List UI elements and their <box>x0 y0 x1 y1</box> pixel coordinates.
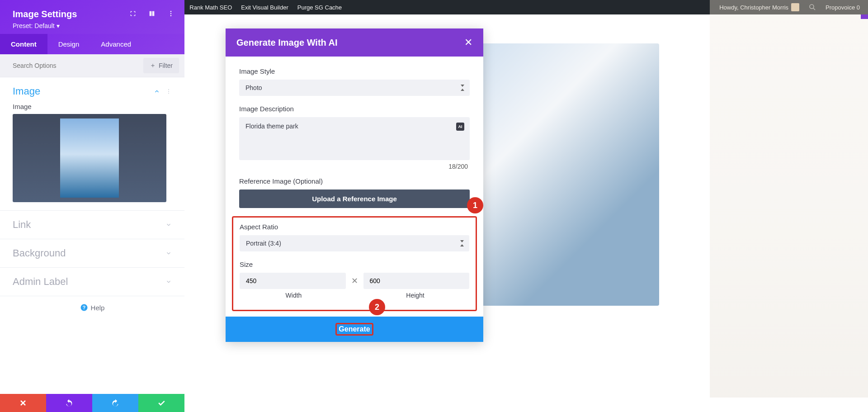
columns-icon[interactable] <box>148 10 156 17</box>
height-label: Height <box>361 292 469 299</box>
kebab-icon[interactable] <box>165 88 172 95</box>
focus-icon[interactable] <box>129 10 137 17</box>
filter-button[interactable]: ＋Filter <box>143 58 179 73</box>
undo-button[interactable] <box>46 394 92 412</box>
svg-point-5 <box>170 13 172 14</box>
close-icon <box>19 398 28 407</box>
option-group-link: Link <box>0 211 184 239</box>
group-title-background[interactable]: Background <box>13 247 172 259</box>
modal-header: Generate Image With AI ✕ <box>226 28 483 57</box>
ai-icon[interactable]: AI <box>456 123 464 131</box>
aspect-ratio-select[interactable]: Portrait (3:4) <box>240 235 469 251</box>
group-title-adminlabel[interactable]: Admin Label <box>13 276 172 288</box>
discard-button[interactable] <box>0 394 46 412</box>
search-input[interactable] <box>5 58 143 73</box>
image-field-label: Image <box>13 103 172 110</box>
svg-text:?: ? <box>82 305 85 310</box>
svg-point-6 <box>170 15 172 16</box>
purge-cache-link[interactable]: Purge SG Cache <box>293 4 346 11</box>
exit-builder-link[interactable]: Exit Visual Builder <box>236 4 293 11</box>
chevron-down-icon <box>165 279 172 285</box>
image-style-label: Image Style <box>239 67 470 75</box>
redo-button[interactable] <box>92 394 138 412</box>
bottom-actions <box>0 394 184 412</box>
tab-content[interactable]: Content <box>0 34 47 54</box>
option-group-image: Image Image <box>0 77 184 211</box>
group-title-image[interactable]: Image <box>13 85 172 97</box>
image-style-select[interactable]: Photo <box>239 80 470 96</box>
generate-image-modal: Generate Image With AI ✕ Image Style Pho… <box>226 28 483 342</box>
aspect-size-highlight: Aspect Ratio Portrait (3:4) Size ✕ Width… <box>232 216 477 311</box>
times-icon: ✕ <box>351 276 358 286</box>
svg-point-8 <box>168 91 169 92</box>
scrollbar-top-indicator[interactable] <box>861 14 868 19</box>
chevron-down-icon: ▾ <box>57 22 60 29</box>
kebab-icon[interactable] <box>167 10 175 17</box>
image-preview[interactable] <box>13 114 166 202</box>
svg-rect-3 <box>152 11 155 16</box>
annotation-2: 2 <box>369 299 385 315</box>
tab-design[interactable]: Design <box>47 34 90 54</box>
redo-icon <box>111 398 120 407</box>
undo-icon <box>65 398 74 407</box>
group-title-link[interactable]: Link <box>13 219 172 231</box>
annotation-1: 1 <box>467 197 483 213</box>
search-options-row: ＋Filter <box>0 54 184 77</box>
settings-tabs: Content Design Advanced <box>0 34 184 54</box>
svg-point-4 <box>170 11 172 12</box>
width-input[interactable] <box>240 273 346 289</box>
svg-rect-2 <box>150 11 152 16</box>
option-group-background: Background <box>0 239 184 268</box>
modal-title: Generate Image With AI <box>236 38 338 48</box>
help-link[interactable]: ? Help <box>0 296 184 313</box>
settings-header: Image Settings Preset: Default ▾ <box>0 0 184 34</box>
chevron-up-icon <box>154 88 160 95</box>
image-settings-panel: Image Settings Preset: Default ▾ Content… <box>0 0 184 412</box>
purge-label: Purge SG Cache <box>297 4 342 11</box>
tab-advanced[interactable]: Advanced <box>90 34 142 54</box>
char-count: 18/200 <box>239 163 470 170</box>
chevron-down-icon <box>165 222 172 228</box>
rankmath-label: Rank Math SEO <box>189 4 232 11</box>
save-button[interactable] <box>138 394 184 412</box>
exit-builder-label: Exit Visual Builder <box>241 4 288 11</box>
generate-button[interactable]: Generate <box>226 317 483 342</box>
image-description-field[interactable]: Florida theme park AI <box>239 117 470 160</box>
upload-reference-button[interactable]: Upload a Reference Image <box>239 189 470 208</box>
chevron-down-icon <box>165 250 172 256</box>
width-label: Width <box>240 292 348 299</box>
close-button[interactable]: ✕ <box>464 37 472 48</box>
aspect-ratio-label: Aspect Ratio <box>240 223 469 231</box>
help-icon: ? <box>80 303 88 312</box>
plus-icon: ＋ <box>150 62 156 70</box>
check-icon <box>157 398 166 407</box>
svg-point-7 <box>168 89 169 90</box>
height-input[interactable] <box>363 273 470 289</box>
reference-image-label: Reference Image (Optional) <box>239 177 470 185</box>
svg-point-9 <box>168 93 169 94</box>
image-description-label: Image Description <box>239 105 470 113</box>
option-group-adminlabel: Admin Label <box>0 268 184 296</box>
preset-selector[interactable]: Preset: Default ▾ <box>13 22 172 29</box>
size-label: Size <box>240 260 469 268</box>
